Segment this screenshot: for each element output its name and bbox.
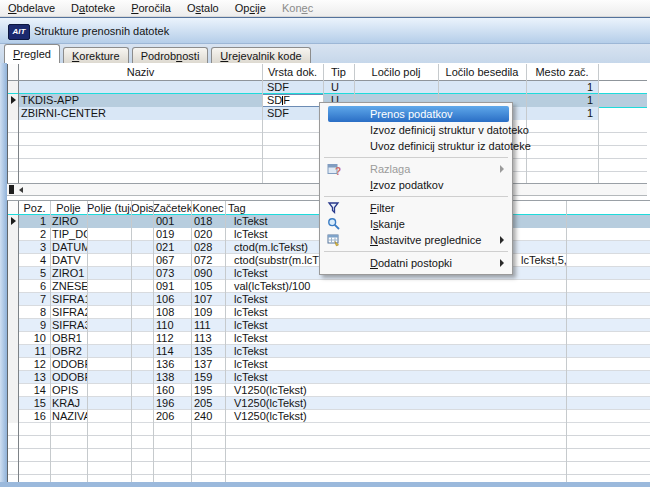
lower-table-row[interactable]: 6ZNESEK091105val(lcTekst)/100	[8, 280, 650, 293]
tab-strip: PregledKorekturePodrobnostiUrejevalnik k…	[0, 44, 650, 63]
label-text: bdelave	[17, 2, 56, 14]
scroll-left-arrow-icon[interactable]	[19, 187, 23, 193]
menu-item-dodatni-postopki[interactable]: Dodatni postopki	[320, 255, 512, 271]
tab-korekture[interactable]: Korekture	[63, 47, 129, 63]
cell-poz: 13	[19, 371, 50, 384]
menu-item-nastavitve-preglednice[interactable]: Nastavitve preglednice	[320, 232, 512, 248]
menubar-item-obdelave[interactable]: Obdelave	[0, 0, 63, 15]
cell-tag: lcTekst	[225, 332, 566, 345]
menu-item-iskanje[interactable]: Iskanje	[320, 216, 512, 232]
column-header-za-etek[interactable]: Začetek	[153, 201, 191, 215]
column-header-lo-ilo-polj[interactable]: Ločilo polj	[354, 64, 438, 81]
cell-zacetek: 021	[153, 241, 191, 254]
label-text: ije	[255, 2, 266, 14]
cell-zacetek: 019	[153, 228, 191, 241]
menu-item-uvoz-definicij-struktur-iz-datoteke[interactable]: Uvoz definicij struktur iz datoteke	[320, 138, 512, 154]
label-text: Kon	[282, 2, 302, 14]
lower-table-row[interactable]: 15KRAJ196205V1250(lcTekst)	[8, 397, 650, 410]
scrollbar-thumb[interactable]	[9, 185, 14, 194]
lower-table-row[interactable]: 8SIFRA2108109lcTekst	[8, 306, 650, 319]
lower-table-row[interactable]: 7SIFRA1106107lcTekst	[8, 293, 650, 306]
cell-konec: 137	[191, 358, 225, 371]
row-selector-column	[8, 215, 19, 487]
menu-separator	[324, 251, 508, 252]
label-text: Uvoz definicij struktur iz datoteke	[370, 140, 531, 152]
lower-table-row[interactable]: 14OPIS160195V1250(lcTekst)	[8, 384, 650, 397]
menubar-item-datoteke[interactable]: Datoteke	[63, 0, 123, 15]
column-header-vrsta-dok[interactable]: Vrsta dok.	[262, 64, 323, 81]
upper-table-header: NazivVrsta dok.TipLočilo poljLočilo bese…	[8, 64, 647, 81]
menu-item-izvoz-definicij-struktur-v-datoteko[interactable]: Izvoz definicij struktur v datoteko	[320, 122, 512, 138]
cell-poz: 4	[19, 254, 50, 267]
edit-text: F	[283, 94, 290, 106]
lower-table-row[interactable]: 11OBR2114135lcTekst	[8, 345, 650, 358]
tab-pregled[interactable]: Pregled	[4, 44, 60, 63]
column-header-tip[interactable]: Tip	[323, 64, 354, 81]
svg-text:?: ?	[335, 166, 341, 176]
cell-konec: 018	[191, 215, 225, 228]
cell-polje: ODOBR1	[50, 358, 87, 371]
label-text: Op	[235, 2, 250, 14]
lower-table-row[interactable]: 12ODOBR1136137lcTekst	[8, 358, 650, 371]
cell-konec: 020	[191, 228, 225, 241]
header-selector-cell	[8, 201, 19, 214]
inline-edit-field[interactable]: SDF	[262, 94, 324, 107]
cell-zacetek: 108	[153, 306, 191, 319]
cell-tag: lcTekst	[225, 306, 566, 319]
cell-poz: 3	[19, 241, 50, 254]
cell-polje: ODOBR2	[50, 371, 87, 384]
cell-konec: 107	[191, 293, 225, 306]
cell-zacetek: 114	[153, 345, 191, 358]
lower-table-row[interactable]: 13ODOBR2138159lcTekst	[8, 371, 650, 384]
lower-table-row[interactable]: 16NAZIVA206240V1250(lcTekst)	[8, 410, 650, 423]
label-text: orekture	[79, 50, 119, 62]
column-header-opis[interactable]: Opis	[131, 201, 153, 215]
label-text: oročila	[139, 2, 171, 14]
menubar-item-konec[interactable]: Konec	[274, 0, 321, 15]
label-text: toteke	[85, 2, 115, 14]
tab-urejevalnik-kode[interactable]: Urejevalnik kode	[211, 47, 310, 63]
cell-konec: 240	[191, 410, 225, 423]
column-header-konec[interactable]: Konec	[191, 201, 225, 215]
menu-item-izvoz-podatkov[interactable]: Izvoz podatkov	[320, 177, 512, 193]
menu-bar: ObdelaveDatotekePoročilaOstaloOpcijeKone…	[0, 0, 650, 17]
cell-zacetek: 206	[153, 410, 191, 423]
menu-item-prenos-podatkov[interactable]: Prenos podatkov	[328, 106, 509, 122]
column-header-polje[interactable]: Polje	[50, 201, 87, 215]
label-text: odatni postopki	[378, 257, 452, 269]
cell-konec: 105	[191, 280, 225, 293]
label-text: N	[370, 234, 378, 246]
cell-polje: SIFRA2	[50, 306, 87, 319]
cell-poz: 2	[19, 228, 50, 241]
grid-line	[191, 201, 192, 487]
cell-polje: ZIRO	[50, 215, 87, 228]
menubar-item-ostalo[interactable]: Ostalo	[179, 0, 227, 15]
menubar-item-opcije[interactable]: Opcije	[227, 0, 274, 15]
cell-konec: 135	[191, 345, 225, 358]
column-header-poz[interactable]: Poz.	[19, 201, 50, 215]
tab-podrobnosti[interactable]: Podrobnosti	[132, 47, 209, 63]
cell-konec: 109	[191, 306, 225, 319]
application-window: ObdelaveDatotekePoročilaOstaloOpcijeKone…	[0, 0, 650, 487]
label-text: F	[370, 202, 377, 214]
menubar-item-poro-ila[interactable]: Poročila	[123, 0, 179, 15]
label-text: Izvoz definicij struktur v datoteko	[370, 124, 529, 136]
cell-tag: V1250(lcTekst)	[225, 384, 566, 397]
cell-naziv: ZBIRNI-CENTER	[19, 107, 262, 120]
row-selector-column	[8, 81, 19, 184]
cell-mesto_zac: 1	[526, 94, 598, 107]
column-header-polje-tuje[interactable]: Polje (tuje)	[87, 201, 131, 215]
lower-table-row[interactable]: 10OBR1112113lcTekst	[8, 332, 650, 345]
empty-row	[8, 449, 650, 462]
menu-item-filter[interactable]: Filter	[320, 200, 512, 216]
cell-tag: V1250(lcTekst)	[225, 397, 566, 410]
label-text: Razlaga	[370, 163, 410, 175]
app-icon: AIT	[8, 24, 30, 40]
column-header-mesto-za[interactable]: Mesto zač.	[526, 64, 598, 81]
column-header-lo-ilo-besedila[interactable]: Ločilo besedila	[438, 64, 526, 81]
submenu-arrow-icon	[500, 259, 504, 267]
column-header-naziv[interactable]: Naziv	[19, 64, 262, 81]
label-text: Prenos podatkov	[370, 108, 453, 120]
cell-poz: 1	[19, 215, 50, 228]
lower-table-row[interactable]: 9SIFRA3110111lcTekst	[8, 319, 650, 332]
